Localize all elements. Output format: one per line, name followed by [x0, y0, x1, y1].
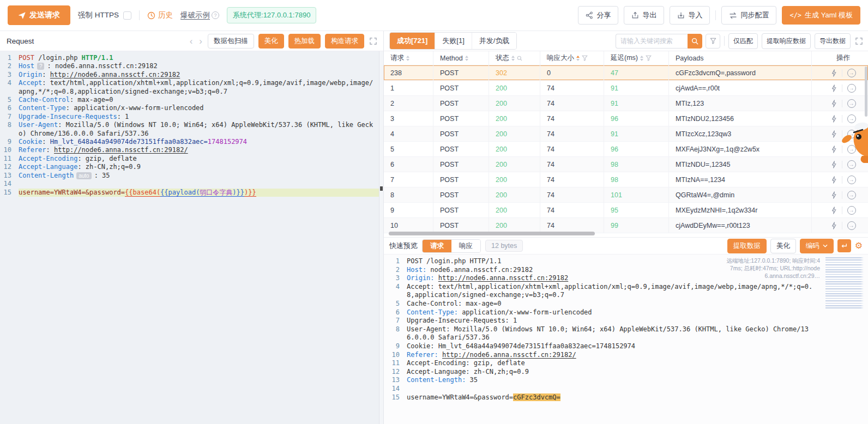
open-detail-icon[interactable]: → [847, 221, 856, 230]
code-line[interactable]: 4Accept: text/html,application/xhtml+xml… [0, 79, 383, 96]
send-request-button[interactable]: 发送请求 [8, 5, 70, 25]
help-icon[interactable]: ? [212, 11, 219, 19]
code-line[interactable]: 9Cookie: Hm_lvt_648a44a949074de73151ffaa… [384, 342, 868, 351]
sort-icon[interactable] [640, 56, 643, 61]
blast-example-link[interactable]: 爆破示例 [180, 10, 210, 20]
code-line[interactable]: 7Upgrade-Insecure-Requests: 1 [0, 113, 383, 121]
table-row[interactable]: 8POST20074101QGRtaW4=,@dmin→ [384, 187, 868, 203]
code-line[interactable]: 13Content-Lengthauto: 35 [0, 172, 383, 180]
beautify-button[interactable]: 美化 [258, 34, 284, 49]
extract-response-button[interactable]: 提取响应数据 [762, 33, 811, 49]
export-button[interactable]: 导出 [624, 6, 664, 25]
code-line[interactable]: 1POST /login.php HTTP/1.1 [0, 54, 383, 62]
code-line[interactable]: 6Content-Type: application/x-www-form-ur… [0, 104, 383, 112]
vertical-scrollbar[interactable] [865, 66, 867, 117]
column-search-icon[interactable] [517, 56, 522, 61]
table-row[interactable]: 10POST2007499cjAwdDEyMw==,r00t123→ [384, 218, 868, 233]
code-line[interactable]: 13Content-Length: 35 [384, 376, 868, 385]
code-line[interactable]: 12Accept-Language: zh-CN,zh;q=0.9 [0, 163, 383, 171]
replay-icon[interactable] [831, 130, 837, 138]
replay-icon[interactable] [831, 84, 837, 92]
encode-dropdown[interactable]: 编码 [800, 239, 834, 253]
horizontal-scrollbar[interactable] [389, 232, 595, 235]
code-line[interactable]: 8User-Agent: Mozilla/5.0 (Windows NT 10.… [384, 325, 868, 342]
next-request-button[interactable]: › [198, 37, 203, 46]
replay-icon[interactable] [831, 115, 837, 123]
filter-button[interactable] [706, 34, 720, 49]
construct-request-button[interactable]: 构造请求 [325, 34, 364, 49]
fullscreen-icon[interactable] [855, 38, 863, 45]
table-row[interactable]: 9POST2007495MXEydzMzNHI=,1q2w334r→ [384, 203, 868, 218]
open-detail-icon[interactable]: → [847, 191, 856, 199]
code-minimap[interactable] [825, 257, 864, 308]
open-detail-icon[interactable]: → [847, 99, 856, 108]
code-line[interactable]: 8User-Agent: Mozilla/5.0 (Windows NT 10.… [0, 121, 383, 138]
column-filter-icon[interactable] [646, 55, 652, 61]
table-row[interactable]: 3POST2007496MTIzNDU2,123456→ [384, 111, 868, 126]
editor-scrollbar[interactable] [379, 51, 383, 424]
code-line[interactable]: 11Accept-Encoding: gzip, deflate [384, 359, 868, 368]
col-method[interactable]: Method [433, 51, 489, 65]
code-line[interactable]: 14 [384, 385, 868, 393]
code-line[interactable]: 6Content-Type: application/x-www-form-ur… [384, 308, 868, 317]
code-line[interactable]: 12Accept-Language: zh-CN,zh;q=0.9 [384, 368, 868, 377]
replay-icon[interactable] [831, 100, 837, 107]
replay-icon[interactable] [831, 176, 837, 184]
request-editor[interactable]: 1POST /login.php HTTP/1.12Host?: node6.a… [0, 51, 383, 424]
code-line[interactable]: 10Referer: http://node6.anna.nssctf.cn:2… [384, 351, 868, 360]
open-detail-icon[interactable]: → [847, 175, 856, 184]
replay-icon[interactable] [831, 207, 837, 214]
column-filter-icon[interactable] [582, 55, 588, 61]
search-input[interactable] [616, 34, 688, 49]
prev-request-button[interactable]: ‹ [189, 37, 194, 46]
tab-preview-request[interactable]: 请求 [423, 240, 451, 252]
force-https-toggle[interactable]: 强制 HTTPS [78, 10, 131, 20]
sort-icon[interactable] [465, 56, 468, 61]
code-line[interactable]: 15username=YWRtaW4=&password={{base64({{… [0, 189, 383, 197]
history-button[interactable]: 历史 [147, 10, 173, 20]
search-button[interactable] [688, 34, 702, 49]
col-status[interactable]: 状态 [489, 51, 540, 65]
table-row[interactable]: 2POST2007491MTIz,123→ [384, 96, 868, 111]
code-line[interactable]: 9Cookie: Hm_lvt_648a44a949074de73151ffaa… [0, 138, 383, 146]
tab-failed[interactable]: 失败[1] [435, 33, 471, 49]
share-button[interactable]: 分享 [578, 6, 618, 25]
code-line[interactable]: 11Accept-Encoding: gzip, deflate [0, 155, 383, 163]
fullscreen-icon[interactable] [370, 38, 377, 45]
preview-editor[interactable]: 1POST /login.php HTTP/1.12Host: node6.an… [384, 255, 868, 424]
code-line[interactable]: 14 [0, 180, 383, 188]
sort-icon[interactable] [406, 56, 409, 61]
code-line[interactable]: 5Cache-Control: max-age=0 [384, 300, 868, 308]
open-detail-icon[interactable]: → [847, 69, 856, 77]
replay-icon[interactable] [831, 146, 837, 153]
code-line[interactable]: 5Cache-Control: max-age=0 [0, 96, 383, 104]
code-line[interactable]: 10Referer: http://node6.anna.nssctf.cn:2… [0, 146, 383, 154]
tab-concurrency[interactable]: 并发/负载 [472, 33, 517, 49]
gear-icon[interactable]: ⚙ [855, 241, 863, 250]
replay-icon[interactable] [831, 161, 837, 168]
table-row[interactable]: 4POST2007491MTIzcXcz,123qw3→ [384, 126, 868, 142]
hot-reload-button[interactable]: 热加载 [288, 34, 321, 49]
replay-icon[interactable] [831, 222, 837, 229]
code-line[interactable]: 2Host?: node6.anna.nssctf.cn:29182 [0, 62, 383, 70]
sort-icon[interactable] [511, 56, 515, 61]
tab-preview-response[interactable]: 响应 [451, 240, 480, 252]
open-detail-icon[interactable]: → [847, 84, 856, 93]
packet-scan-button[interactable]: 数据包扫描 [208, 34, 254, 49]
col-payloads[interactable]: Payloads [669, 51, 812, 65]
col-request[interactable]: 请求 [384, 51, 433, 65]
generate-yaml-button[interactable]: </> 生成 Yaml 模板 [782, 6, 860, 25]
code-line[interactable]: 15username=YWRtaW4=&password=cGFzc3dvcmQ… [384, 393, 868, 402]
table-row[interactable]: 238POST302047cGFzc3dvcmQ=,password→ [384, 65, 868, 81]
table-row[interactable]: 1POST2007491cjAwdA==,r00t→ [384, 81, 868, 96]
col-size[interactable]: 响应大小 [540, 51, 604, 65]
import-button[interactable]: 导入 [670, 6, 710, 25]
table-row[interactable]: 7POST2007498MTIzNA==,1234→ [384, 172, 868, 187]
beautify-preview-button[interactable]: 美化 [770, 239, 796, 253]
match-only-button[interactable]: 仅匹配 [728, 33, 758, 49]
col-latency[interactable]: 延迟(ms) [604, 51, 669, 65]
open-detail-icon[interactable]: → [847, 206, 856, 215]
wrap-lines-button[interactable] [837, 239, 851, 252]
code-line[interactable]: 4Accept: text/html,application/xhtml+xml… [384, 283, 868, 300]
extract-data-button[interactable]: 提取数据 [727, 239, 767, 253]
